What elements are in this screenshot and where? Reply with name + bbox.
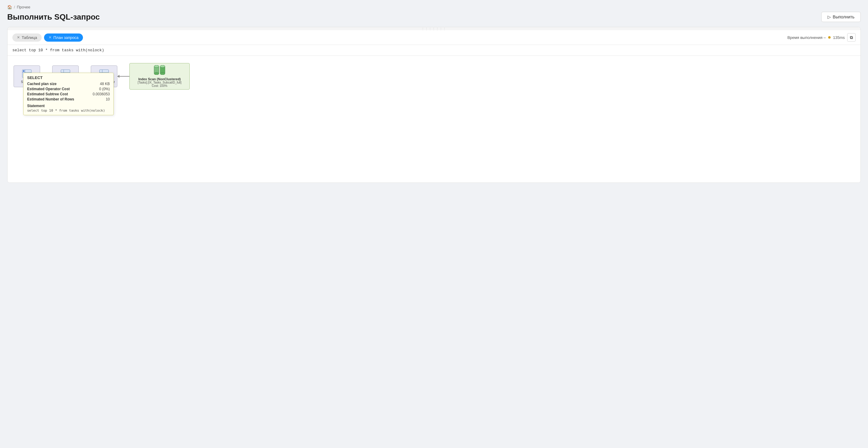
plan-canvas: SELECT (7, 56, 861, 182)
page-wrapper: 🏠 / Прочее Выполнить SQL-запрос ▷ Выполн… (0, 0, 868, 448)
tooltip-row-1: Cached plan size 48 KB (27, 82, 110, 86)
tooltip-val-2: 0 (0%) (99, 87, 110, 91)
exec-time: Время выполнения – 135ms ⧉ (787, 33, 856, 42)
select-tooltip: SELECT Cached plan size 48 KB Estimated … (23, 73, 114, 115)
exec-time-value: 135ms (833, 35, 845, 40)
query-text: select top 10 * from tasks with(nolock) (7, 45, 861, 56)
tab-plan-close-icon[interactable]: ✕ (49, 35, 52, 39)
tooltip-statement-value: select top 10 * from tasks with(nolock) (27, 109, 110, 113)
tooltip-key-1: Cached plan size (27, 82, 56, 86)
tab-table-close-icon[interactable]: ✕ (17, 35, 20, 39)
tooltip-statement-label: Statement (27, 104, 110, 108)
tooltip-val-4: 10 (106, 97, 110, 101)
run-button-label: Выполнить (833, 14, 855, 19)
run-icon: ▷ (828, 14, 831, 19)
tooltip-row-3: Estimated Subtree Cost 0.0036053 (27, 92, 110, 96)
index-scan-icon (132, 65, 187, 77)
index-scan-box: Index Scan (NonClustered) [Tasks].[IX_Ta… (129, 63, 190, 90)
page-header: Выполнить SQL-запрос ▷ Выполнить (7, 12, 861, 22)
index-scan-node[interactable]: Index Scan (NonClustered) [Tasks].[IX_Ta… (129, 63, 190, 90)
svg-rect-3 (23, 70, 25, 72)
tooltip-row-4: Estimated Number of Rows 10 (27, 97, 110, 101)
tabs-bar: ✕ Таблица ✕ План запроса Время выполнени… (7, 30, 861, 45)
main-panel: ⋮⋮⋮⋮⋮⋮⋮ ✕ Таблица ✕ План запроса Время в… (7, 27, 861, 183)
tabs-left: ✕ Таблица ✕ План запроса (12, 33, 83, 42)
breadcrumb-separator: / (14, 5, 15, 9)
tab-table-label: Таблица (22, 35, 37, 40)
index-scan-detail: [Tasks].[IX_Tasks_SubcatID_full] (132, 81, 187, 84)
svg-point-15 (160, 72, 165, 75)
tooltip-val-3: 0.0036053 (93, 92, 110, 96)
page-title: Выполнить SQL-запрос (7, 12, 100, 22)
home-icon[interactable]: 🏠 (7, 5, 12, 9)
exec-time-label: Время выполнения – (787, 35, 826, 40)
tab-table[interactable]: ✕ Таблица (12, 33, 42, 42)
svg-point-11 (154, 65, 159, 67)
tooltip-row-2: Estimated Operator Cost 0 (0%) (27, 87, 110, 91)
run-button[interactable]: ▷ Выполнить (821, 12, 861, 22)
tooltip-key-4: Estimated Number of Rows (27, 97, 74, 101)
tab-plan[interactable]: ✕ План запроса (44, 33, 83, 42)
copy-button[interactable]: ⧉ (847, 33, 856, 42)
resize-handle[interactable]: ⋮⋮⋮⋮⋮⋮⋮ (7, 27, 861, 30)
connector-3 (117, 76, 129, 77)
tab-plan-label: План запроса (53, 35, 79, 40)
tooltip-val-1: 48 KB (100, 82, 110, 86)
breadcrumb: 🏠 / Прочее (7, 5, 861, 9)
tooltip-key-2: Estimated Operator Cost (27, 87, 70, 91)
breadcrumb-section: Прочее (17, 5, 30, 9)
exec-time-dot (828, 36, 831, 39)
index-scan-cost: Cost: 100% (132, 84, 187, 88)
svg-point-14 (160, 65, 165, 67)
tooltip-title: SELECT (27, 76, 110, 80)
svg-point-12 (154, 72, 159, 75)
tooltip-key-3: Estimated Subtree Cost (27, 92, 68, 96)
tooltip-statement-section: Statement select top 10 * from tasks wit… (27, 104, 110, 113)
plan-nodes: SELECT (13, 63, 855, 90)
index-scan-title: Index Scan (NonClustered) (132, 77, 187, 81)
